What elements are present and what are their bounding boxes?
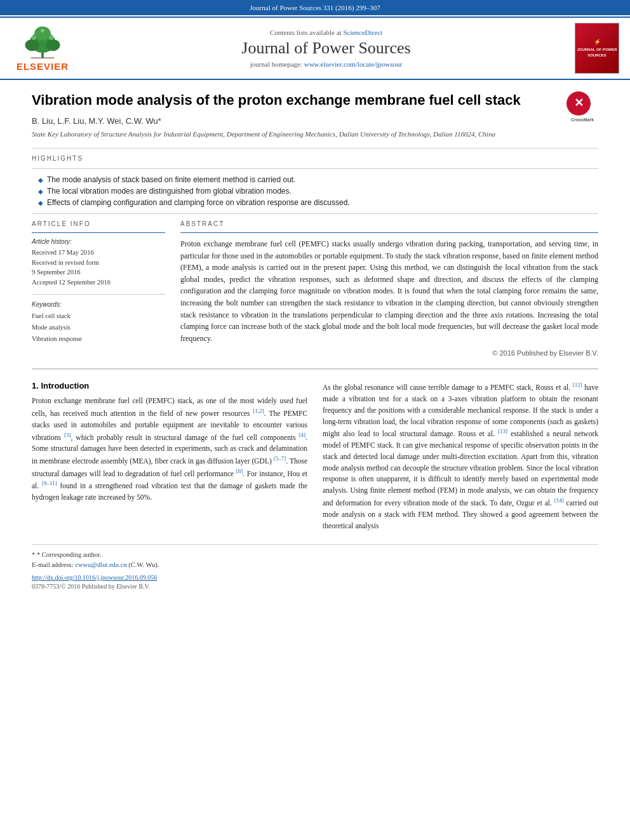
footnote-star: * (32, 551, 37, 558)
body-introduction: 1. Introduction Proton exchange membrane… (32, 381, 598, 531)
svg-point-3 (46, 39, 60, 51)
authors-text: B. Liu, L.F. Liu, M.Y. Wei, C.W. Wu* (32, 116, 161, 126)
article-title-text: Vibration mode analysis of the proton ex… (32, 92, 521, 108)
bullet-diamond-icon: ◆ (38, 199, 43, 206)
list-item: ◆ The local vibration modes are distingu… (38, 187, 598, 196)
crossmark-badge: ✕ CrossMark (566, 91, 598, 117)
elsevier-wordmark: ELSEVIER (17, 61, 69, 72)
highlights-divider (32, 148, 598, 149)
contents-available-text: Contents lists available at (270, 29, 342, 36)
list-item: ◆ The mode analysis of stack based on fi… (38, 175, 598, 184)
abstract-column: ABSTRACT Proton exchange membrane fuel c… (180, 220, 598, 357)
abstract-divider (180, 232, 598, 233)
issn-line: 0378-7753/© 2016 Published by Elsevier B… (32, 583, 598, 590)
article-title-container: Vibration mode analysis of the proton ex… (32, 91, 598, 110)
svg-point-7 (41, 29, 44, 32)
journal-logo-right: ⚡ JOURNAL OF POWER SOURCES (575, 23, 622, 74)
doi-link[interactable]: http://dx.doi.org/10.1016/j.jpowsour.201… (32, 574, 157, 581)
article-info-header: ARTICLE INFO (32, 220, 165, 227)
highlights-list: ◆ The mode analysis of stack based on fi… (32, 175, 598, 207)
article-history-label: Article history: (32, 238, 165, 245)
email-line: E-mail address: cwwu@dlut.edu.cn (C.W. W… (32, 560, 598, 570)
copyright-text: © 2016 Published by Elsevier B.V. (180, 349, 598, 357)
svg-point-2 (25, 39, 39, 51)
article-info-divider (32, 232, 165, 233)
sciencedirect-link[interactable]: ScienceDirect (343, 29, 382, 36)
corresponding-author-note: * * Corresponding author. (32, 550, 598, 560)
email-label: E-mail address: (32, 561, 74, 568)
abstract-text: Proton exchange membrane fuel cell (PEMF… (180, 238, 598, 344)
journal-center-info: Contents lists available at ScienceDirec… (77, 29, 575, 68)
section1-title: 1. Introduction (32, 381, 307, 390)
journal-header: ELSEVIER Contents lists available at Sci… (0, 17, 630, 80)
crossmark-icon: ✕ (574, 96, 584, 110)
bullet-diamond-icon: ◆ (38, 188, 43, 195)
list-item: ◆ Effects of clamping configuration and … (38, 198, 598, 207)
highlights-header: HIGHLIGHTS (32, 155, 598, 162)
svg-point-6 (49, 36, 53, 40)
received-date: Received 17 May 2016 (32, 248, 165, 258)
highlights-underline (32, 168, 598, 169)
accepted-date: Accepted 12 September 2016 (32, 277, 165, 288)
journal-reference-text: Journal of Power Sources 331 (2016) 299–… (250, 4, 380, 11)
corresponding-author-text: * Corresponding author. (37, 551, 102, 558)
svg-point-5 (32, 36, 36, 40)
main-content: Vibration mode analysis of the proton ex… (0, 80, 630, 603)
email-link[interactable]: cwwu@dlut.edu.cn (75, 561, 128, 568)
body-divider (32, 368, 598, 370)
elsevier-tree-icon (17, 25, 68, 60)
body-left-column: 1. Introduction Proton exchange membrane… (32, 381, 307, 531)
doi-line: http://dx.doi.org/10.1016/j.jpowsour.201… (32, 574, 598, 581)
svg-point-4 (34, 27, 51, 41)
keyword-1: Fuel cell stack (32, 310, 165, 322)
article-info-abstract: ARTICLE INFO Article history: Received 1… (32, 220, 598, 357)
elsevier-logo: ELSEVIER (8, 25, 77, 72)
highlight-text-3: Effects of clamping configuration and cl… (47, 198, 350, 207)
journal-title: Journal of Power Sources (77, 39, 575, 58)
bullet-diamond-icon: ◆ (38, 177, 43, 183)
highlight-text-1: The mode analysis of stack based on fini… (47, 175, 296, 184)
body-right-column: As the global resonance will cause terri… (323, 381, 598, 531)
journal-homepage-line: journal homepage: www.elsevier.com/locat… (77, 60, 575, 68)
keyword-2: Mode analysis (32, 322, 165, 333)
footnote-section: * * Corresponding author. E-mail address… (32, 544, 598, 590)
email-person: (C.W. Wu). (128, 561, 159, 568)
journal-logo-text: ⚡ JOURNAL OF POWER SOURCES (575, 39, 619, 58)
article-info-column: ARTICLE INFO Article history: Received 1… (32, 220, 165, 357)
keywords-divider (32, 294, 165, 295)
journal-reference-bar: Journal of Power Sources 331 (2016) 299–… (0, 0, 630, 15)
info-abstract-divider (32, 213, 598, 214)
section1-left-text: Proton exchange membrane fuel cell (PEMF… (32, 396, 307, 503)
highlight-text-2: The local vibration modes are distinguis… (47, 187, 292, 196)
keywords-label: Keywords: (32, 301, 165, 308)
abstract-header: ABSTRACT (180, 220, 598, 227)
journal-homepage-link[interactable]: www.elsevier.com/locate/jpowsour (304, 60, 402, 68)
homepage-text: journal homepage: (250, 60, 302, 68)
received-revised-label: Received in revised form (32, 258, 165, 268)
section1-right-text: As the global resonance will cause terri… (323, 381, 598, 531)
affiliation-text: State Key Laboratory of Structure Analys… (32, 130, 598, 139)
received-revised-date: 9 September 2016 (32, 267, 165, 277)
keyword-3: Vibration response (32, 333, 165, 345)
authors-line: B. Liu, L.F. Liu, M.Y. Wei, C.W. Wu* (32, 116, 598, 126)
sciencedirect-line: Contents lists available at ScienceDirec… (77, 29, 575, 36)
